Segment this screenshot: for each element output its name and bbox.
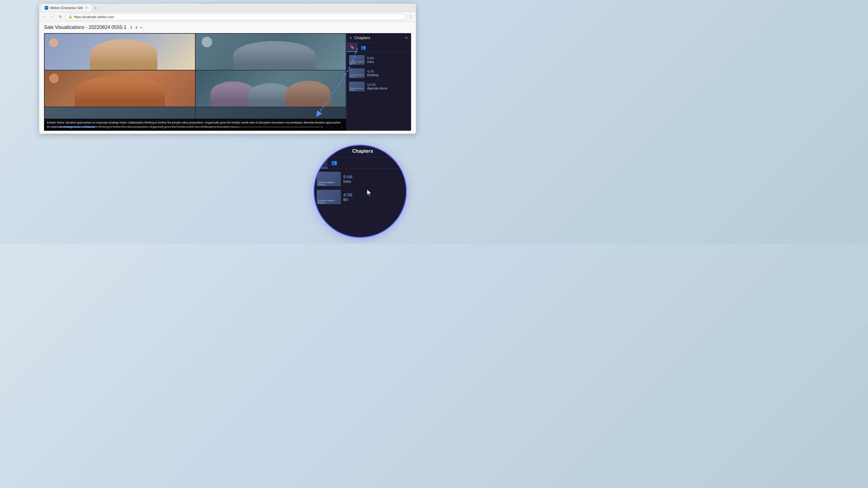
address-bar[interactable]: 🔒 https://example.webex.com bbox=[65, 13, 406, 20]
chapter-item-intro[interactable]: Jonathon Wallace (Cisco) 0:00 Intro bbox=[347, 53, 411, 67]
chapter-thumb-label-briefing: Jonathon Wallace (Cisco) bbox=[350, 74, 365, 78]
video-cell-2 bbox=[195, 34, 346, 70]
chapter-info-agenda: 13:00 Agenda items bbox=[367, 83, 409, 90]
tab-favicon: W bbox=[44, 6, 48, 10]
magnify-chapter-thumb-briefing: Jonathon Wallace (Cisco) bbox=[317, 190, 341, 204]
chapter-item-briefing[interactable]: Jonathon Wallace (Cisco) 4:30 Briefing bbox=[347, 67, 411, 80]
progress-bar[interactable] bbox=[60, 127, 323, 127]
chapters-bookmark-tab[interactable]: 🔖 bbox=[347, 43, 358, 52]
download-icon[interactable]: ⬇ bbox=[130, 25, 133, 30]
magnify-people-icon: 👥 bbox=[331, 160, 337, 165]
magnify-bookmark-icon: 🔖 bbox=[318, 160, 324, 165]
magnify-title: Chapters bbox=[323, 149, 402, 154]
chapter-thumb-agenda: Jonathon Wallace (Cisco) bbox=[349, 82, 365, 91]
chapters-sidebar: ≡ Chapters ✏ 🔖 👥 bbox=[346, 33, 411, 131]
video-cell-4 bbox=[195, 70, 346, 107]
browser-content: Sale Visualizations - 20220824 0555-1 ⬇ … bbox=[39, 22, 416, 134]
magnify-circle: ≡ Chapters 🔖 👥 Jonathon Wallace (Cisco) bbox=[313, 144, 407, 238]
edit-icon[interactable]: ✏ bbox=[140, 25, 143, 30]
browser-toolbar: ← → ↻ 🔒 https://example.webex.com ⋮ bbox=[39, 12, 416, 22]
back-button[interactable]: ← bbox=[41, 14, 48, 20]
magnify-chapters-list: Jonathon Wallace (Cisco) 0:00 Intro Jona… bbox=[314, 169, 406, 237]
magnify-chapter-thumb-label-briefing: Jonathon Wallace (Cisco) bbox=[318, 199, 341, 204]
browser-menu-button[interactable]: ⋮ bbox=[407, 14, 413, 20]
browser-tab-active[interactable]: W Webex Enterprise Site ✕ bbox=[41, 4, 91, 11]
browser-window: W Webex Enterprise Site ✕ + ← → ↻ 🔒 http… bbox=[39, 4, 416, 134]
share-icon[interactable]: ⬆ bbox=[135, 25, 138, 30]
video-cell-3 bbox=[44, 70, 195, 107]
chapter-time-intro: 0:00 bbox=[367, 56, 409, 60]
page-title: Sale Visualizations - 20220824 0555-1 bbox=[44, 25, 127, 30]
chapter-item-agenda[interactable]: Jonathon Wallace (Cisco) 13:00 Agenda it… bbox=[347, 80, 411, 93]
subtitle-bar: Kristen Stone: Iterative approaches to c… bbox=[44, 119, 346, 131]
magnify-chapter-time-intro: 0:00 bbox=[343, 174, 404, 179]
video-cell-1 bbox=[44, 34, 195, 70]
chapter-thumb-briefing: Jonathon Wallace (Cisco) bbox=[349, 68, 365, 78]
magnify-content: ≡ Chapters 🔖 👥 Jonathon Wallace (Cisco) bbox=[314, 145, 406, 237]
magnify-menu-icon[interactable]: ≡ bbox=[318, 149, 321, 154]
browser-titlebar: W Webex Enterprise Site ✕ + bbox=[39, 4, 416, 12]
magnify-chapter-name-intro: Intro bbox=[343, 179, 404, 184]
chapter-name-intro: Intro bbox=[367, 60, 409, 64]
chapter-name-agenda: Agenda items bbox=[367, 87, 409, 90]
magnify-chapter-item-briefing[interactable]: Jonathon Wallace (Cisco) 4:30 Bri bbox=[315, 188, 405, 206]
chapter-name-briefing: Briefing bbox=[367, 73, 409, 77]
magnify-people-tab[interactable]: 👥 bbox=[328, 157, 341, 168]
video-player[interactable]: Kristen Stone: Iterative approaches to c… bbox=[44, 33, 346, 131]
progress-fill bbox=[60, 127, 95, 127]
forward-button[interactable]: → bbox=[50, 14, 56, 20]
magnify-chapter-thumb-intro: Jonathon Wallace (Cisco) bbox=[317, 172, 341, 186]
video-grid bbox=[44, 33, 346, 123]
video-container: Kristen Stone: Iterative approaches to c… bbox=[44, 33, 411, 131]
magnify-header: ≡ Chapters bbox=[314, 145, 406, 157]
chapter-info-briefing: 4:30 Briefing bbox=[367, 70, 409, 77]
magnify-chapter-thumb-label-intro: Jonathon Wallace (Cisco) bbox=[318, 181, 341, 186]
chapters-people-tab[interactable]: 👥 bbox=[358, 43, 369, 52]
magnify-chapter-info-briefing: 4:30 Bri bbox=[343, 192, 404, 202]
new-tab-button[interactable]: + bbox=[93, 5, 98, 11]
magnify-tabs: 🔖 👥 bbox=[314, 157, 406, 169]
refresh-button[interactable]: ↻ bbox=[57, 14, 63, 20]
chapters-title: Chapters bbox=[354, 36, 403, 40]
magnify-chapter-time-briefing: 4:30 bbox=[343, 192, 404, 197]
magnify-chapter-item-intro[interactable]: Jonathon Wallace (Cisco) 0:00 Intro bbox=[315, 170, 405, 188]
chapter-thumb-label-agenda: Jonathon Wallace (Cisco) bbox=[350, 87, 365, 91]
tab-label: Webex Enterprise Site bbox=[50, 6, 83, 10]
tab-close-button[interactable]: ✕ bbox=[85, 6, 88, 10]
magnify-chapter-name-briefing: Bri bbox=[343, 197, 404, 202]
chapters-header: ≡ Chapters ✏ bbox=[347, 33, 411, 43]
ssl-lock-icon: 🔒 bbox=[68, 15, 72, 19]
chapter-thumb-label-intro: Jonathon Wallace (Cisco) bbox=[350, 61, 365, 64]
chapters-list: Jonathon Wallace (Cisco) 0:00 Intro Jona… bbox=[347, 52, 411, 131]
chapter-time-agenda: 13:00 bbox=[367, 83, 409, 87]
bookmark-tab-icon: 🔖 bbox=[350, 44, 355, 50]
chapters-edit-icon[interactable]: ✏ bbox=[405, 36, 408, 40]
magnify-chapter-info-intro: 0:00 Intro bbox=[343, 174, 404, 184]
chapter-info-intro: 0:00 Intro bbox=[367, 56, 409, 64]
chapters-menu-icon[interactable]: ≡ bbox=[350, 36, 352, 40]
chapter-thumb-intro: Jonathon Wallace (Cisco) bbox=[349, 55, 365, 65]
url-text: https://example.webex.com bbox=[74, 15, 114, 19]
page-actions: ⬇ ⬆ ✏ bbox=[130, 25, 143, 30]
chapter-time-briefing: 4:30 bbox=[367, 70, 409, 73]
magnify-bookmark-tab[interactable]: 🔖 bbox=[314, 157, 328, 168]
chapters-tabs: 🔖 👥 bbox=[347, 43, 411, 52]
page-header: Sale Visualizations - 20220824 0555-1 ⬇ … bbox=[44, 25, 411, 30]
people-tab-icon: 👥 bbox=[361, 45, 366, 50]
